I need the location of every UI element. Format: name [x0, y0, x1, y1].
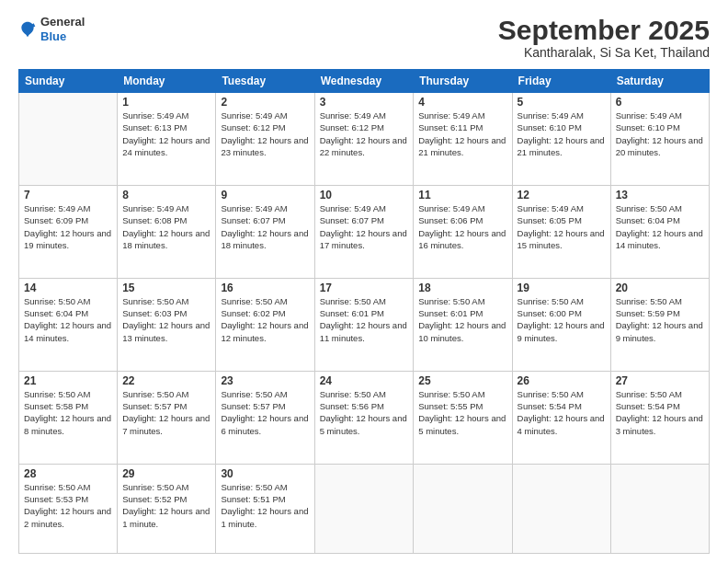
- week-row-5: 28Sunrise: 5:50 AM Sunset: 5:53 PM Dayli…: [19, 464, 710, 553]
- calendar-cell: [610, 464, 709, 553]
- day-info: Sunrise: 5:49 AM Sunset: 6:12 PM Dayligh…: [221, 109, 309, 158]
- day-info: Sunrise: 5:49 AM Sunset: 6:13 PM Dayligh…: [122, 109, 210, 158]
- day-header-friday: Friday: [512, 70, 610, 93]
- day-info: Sunrise: 5:50 AM Sunset: 5:53 PM Dayligh…: [24, 481, 112, 530]
- day-number: 19: [518, 282, 606, 294]
- calendar-cell: [512, 464, 610, 553]
- calendar-cell: 22Sunrise: 5:50 AM Sunset: 5:57 PM Dayli…: [118, 371, 216, 464]
- day-number: 21: [24, 374, 112, 387]
- calendar-cell: 3Sunrise: 5:49 AM Sunset: 6:12 PM Daylig…: [314, 93, 414, 186]
- logo-general: General: [40, 15, 85, 29]
- calendar-cell: 2Sunrise: 5:49 AM Sunset: 6:12 PM Daylig…: [216, 93, 314, 186]
- calendar-cell: 23Sunrise: 5:50 AM Sunset: 5:57 PM Dayli…: [216, 371, 314, 464]
- day-info: Sunrise: 5:50 AM Sunset: 6:02 PM Dayligh…: [221, 295, 309, 344]
- day-number: 28: [24, 467, 112, 480]
- day-header-tuesday: Tuesday: [216, 70, 314, 93]
- calendar-cell: 27Sunrise: 5:50 AM Sunset: 5:54 PM Dayli…: [610, 371, 709, 464]
- day-info: Sunrise: 5:50 AM Sunset: 6:03 PM Dayligh…: [122, 295, 210, 344]
- day-info: Sunrise: 5:49 AM Sunset: 6:11 PM Dayligh…: [418, 109, 506, 158]
- day-number: 3: [320, 96, 409, 109]
- calendar-cell: 13Sunrise: 5:50 AM Sunset: 6:04 PM Dayli…: [610, 185, 709, 278]
- week-row-3: 14Sunrise: 5:50 AM Sunset: 6:04 PM Dayli…: [19, 278, 710, 371]
- day-number: 4: [418, 96, 506, 109]
- calendar-cell: 6Sunrise: 5:49 AM Sunset: 6:10 PM Daylig…: [610, 93, 709, 186]
- day-number: 10: [320, 189, 409, 201]
- calendar-cell: 12Sunrise: 5:49 AM Sunset: 6:05 PM Dayli…: [512, 185, 610, 278]
- day-number: 8: [122, 189, 210, 201]
- day-info: Sunrise: 5:50 AM Sunset: 5:54 PM Dayligh…: [518, 388, 606, 437]
- calendar-cell: 9Sunrise: 5:49 AM Sunset: 6:07 PM Daylig…: [216, 185, 314, 278]
- day-info: Sunrise: 5:49 AM Sunset: 6:09 PM Dayligh…: [24, 202, 112, 251]
- calendar-cell: 19Sunrise: 5:50 AM Sunset: 6:00 PM Dayli…: [512, 278, 610, 371]
- calendar-cell: 28Sunrise: 5:50 AM Sunset: 5:53 PM Dayli…: [19, 464, 118, 553]
- logo-icon: [18, 20, 37, 39]
- day-info: Sunrise: 5:50 AM Sunset: 6:00 PM Dayligh…: [518, 295, 606, 344]
- week-row-1: 1Sunrise: 5:49 AM Sunset: 6:13 PM Daylig…: [19, 93, 710, 186]
- day-info: Sunrise: 5:50 AM Sunset: 5:58 PM Dayligh…: [24, 388, 112, 437]
- week-row-4: 21Sunrise: 5:50 AM Sunset: 5:58 PM Dayli…: [19, 371, 710, 464]
- day-number: 24: [320, 374, 409, 387]
- calendar-cell: 18Sunrise: 5:50 AM Sunset: 6:01 PM Dayli…: [414, 278, 512, 371]
- calendar-cell: 16Sunrise: 5:50 AM Sunset: 6:02 PM Dayli…: [216, 278, 314, 371]
- day-number: 17: [320, 282, 409, 294]
- day-number: 6: [616, 96, 704, 109]
- day-info: Sunrise: 5:50 AM Sunset: 6:04 PM Dayligh…: [24, 295, 112, 344]
- day-header-saturday: Saturday: [610, 70, 709, 93]
- calendar-cell: 24Sunrise: 5:50 AM Sunset: 5:56 PM Dayli…: [314, 371, 414, 464]
- day-header-monday: Monday: [118, 70, 216, 93]
- calendar-cell: 29Sunrise: 5:50 AM Sunset: 5:52 PM Dayli…: [118, 464, 216, 553]
- location-subtitle: Kantharalak, Si Sa Ket, Thailand: [498, 45, 710, 60]
- day-number: 22: [122, 374, 210, 387]
- calendar-cell: 20Sunrise: 5:50 AM Sunset: 5:59 PM Dayli…: [610, 278, 709, 371]
- logo-blue: Blue: [40, 29, 66, 43]
- day-info: Sunrise: 5:50 AM Sunset: 6:01 PM Dayligh…: [418, 295, 506, 344]
- day-number: 29: [122, 467, 210, 480]
- day-header-wednesday: Wednesday: [314, 70, 414, 93]
- day-info: Sunrise: 5:50 AM Sunset: 5:57 PM Dayligh…: [221, 388, 309, 437]
- day-number: 15: [122, 282, 210, 294]
- calendar-page: General Blue September 2025 Kantharalak,…: [0, 0, 728, 563]
- day-info: Sunrise: 5:50 AM Sunset: 6:01 PM Dayligh…: [320, 295, 409, 344]
- week-row-2: 7Sunrise: 5:49 AM Sunset: 6:09 PM Daylig…: [19, 185, 710, 278]
- day-info: Sunrise: 5:50 AM Sunset: 6:04 PM Dayligh…: [616, 202, 704, 251]
- day-info: Sunrise: 5:50 AM Sunset: 5:51 PM Dayligh…: [221, 481, 309, 530]
- day-number: 13: [616, 189, 704, 201]
- day-number: 12: [518, 189, 606, 201]
- calendar-table: SundayMondayTuesdayWednesdayThursdayFrid…: [18, 69, 710, 554]
- logo-text: General Blue: [40, 15, 85, 43]
- day-info: Sunrise: 5:49 AM Sunset: 6:10 PM Dayligh…: [518, 109, 606, 158]
- day-number: 20: [616, 282, 704, 294]
- calendar-cell: 14Sunrise: 5:50 AM Sunset: 6:04 PM Dayli…: [19, 278, 118, 371]
- day-info: Sunrise: 5:50 AM Sunset: 5:59 PM Dayligh…: [616, 295, 704, 344]
- day-header-thursday: Thursday: [414, 70, 512, 93]
- day-number: 30: [221, 467, 309, 480]
- calendar-cell: 26Sunrise: 5:50 AM Sunset: 5:54 PM Dayli…: [512, 371, 610, 464]
- calendar-cell: 5Sunrise: 5:49 AM Sunset: 6:10 PM Daylig…: [512, 93, 610, 186]
- day-number: 9: [221, 189, 309, 201]
- header: General Blue September 2025 Kantharalak,…: [18, 15, 710, 60]
- day-header-sunday: Sunday: [19, 70, 118, 93]
- calendar-cell: 8Sunrise: 5:49 AM Sunset: 6:08 PM Daylig…: [118, 185, 216, 278]
- calendar-cell: 11Sunrise: 5:49 AM Sunset: 6:06 PM Dayli…: [414, 185, 512, 278]
- day-number: 14: [24, 282, 112, 294]
- calendar-cell: 10Sunrise: 5:49 AM Sunset: 6:07 PM Dayli…: [314, 185, 414, 278]
- calendar-cell: [19, 93, 118, 186]
- calendar-cell: 7Sunrise: 5:49 AM Sunset: 6:09 PM Daylig…: [19, 185, 118, 278]
- day-number: 26: [518, 374, 606, 387]
- day-number: 1: [122, 96, 210, 109]
- title-block: September 2025 Kantharalak, Si Sa Ket, T…: [498, 15, 710, 60]
- day-info: Sunrise: 5:49 AM Sunset: 6:12 PM Dayligh…: [320, 109, 409, 158]
- calendar-cell: 4Sunrise: 5:49 AM Sunset: 6:11 PM Daylig…: [414, 93, 512, 186]
- calendar-cell: 17Sunrise: 5:50 AM Sunset: 6:01 PM Dayli…: [314, 278, 414, 371]
- day-info: Sunrise: 5:49 AM Sunset: 6:06 PM Dayligh…: [418, 202, 506, 251]
- day-info: Sunrise: 5:49 AM Sunset: 6:07 PM Dayligh…: [221, 202, 309, 251]
- day-number: 25: [418, 374, 506, 387]
- month-title: September 2025: [498, 15, 710, 45]
- day-number: 27: [616, 374, 704, 387]
- calendar-cell: 25Sunrise: 5:50 AM Sunset: 5:55 PM Dayli…: [414, 371, 512, 464]
- day-info: Sunrise: 5:50 AM Sunset: 5:52 PM Dayligh…: [122, 481, 210, 530]
- day-info: Sunrise: 5:50 AM Sunset: 5:54 PM Dayligh…: [616, 388, 704, 437]
- day-number: 7: [24, 189, 112, 201]
- calendar-cell: [414, 464, 512, 553]
- day-info: Sunrise: 5:50 AM Sunset: 5:57 PM Dayligh…: [122, 388, 210, 437]
